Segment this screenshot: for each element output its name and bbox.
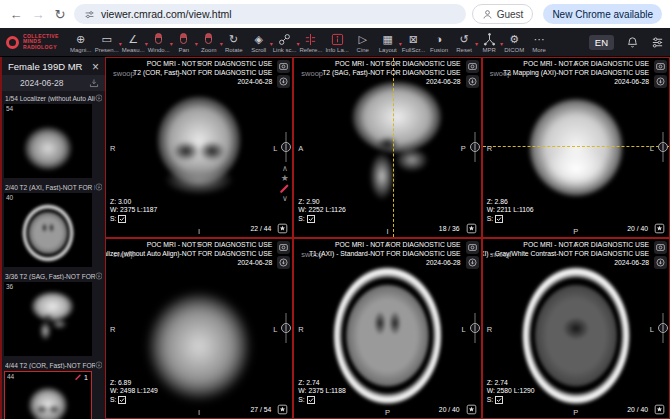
tool-more[interactable]: ⋯ More [527, 32, 551, 53]
viewport-2[interactable]: swoop POC MRI - NOT FOR DIAGNOSTIC USE T… [293, 57, 481, 238]
series-download-icon[interactable] [95, 272, 102, 280]
download-icon[interactable] [654, 75, 667, 88]
tool-fullscreen[interactable]: ⊠ FullScr... [401, 32, 426, 53]
capture-icon[interactable] [466, 60, 479, 73]
download-icon[interactable] [277, 256, 290, 269]
series-item[interactable]: 3/36 T2 (SAG, Fast)-NOT FOR DIA... 36 [2, 269, 105, 356]
capture-icon[interactable] [654, 241, 667, 254]
tool-window-level[interactable]: ▾ Windo... [147, 32, 171, 53]
sync-checkbox-icon[interactable] [495, 396, 503, 404]
series-item[interactable]: 2/40 T2 (AXI, Fast)-NOT FOR DIA... 40 [2, 180, 105, 267]
tool-dicom[interactable]: ⚙ DICOM [502, 32, 526, 53]
capture-icon[interactable] [466, 241, 479, 254]
annotation-pencil-icon[interactable] [279, 183, 290, 194]
address-bar[interactable]: viewer.cmrad.com/view.html [74, 4, 466, 24]
settings-sliders-icon[interactable] [651, 36, 664, 49]
capture-icon[interactable] [654, 60, 667, 73]
scrollbar-indicator[interactable] [280, 132, 292, 162]
tool-reset[interactable]: ↺ ▾ Reset [452, 32, 476, 53]
scrollbar-indicator[interactable] [469, 132, 481, 162]
export-key-image-icon[interactable] [654, 404, 665, 415]
series-download-icon[interactable] [95, 183, 102, 191]
study-download-icon[interactable] [89, 78, 99, 88]
viewport-4[interactable]: swoop POC MRI - NOT FOR DIAGNOSTIC USE L… [105, 238, 293, 419]
capture-icon[interactable] [277, 60, 290, 73]
watermark: swoop [301, 69, 323, 78]
language-button[interactable]: EN [589, 35, 614, 50]
sync-checkbox-icon[interactable] [495, 215, 503, 223]
scrollbar-indicator[interactable] [469, 313, 481, 343]
logo-line3: RADIOLOGY [23, 44, 57, 50]
measure-icon: ∠ [122, 33, 145, 46]
tool-presentation[interactable]: ▭ ▾ Presen... [94, 32, 120, 53]
download-icon[interactable] [277, 75, 290, 88]
download-icon[interactable] [466, 256, 479, 269]
star-icon[interactable]: ★ [281, 173, 289, 183]
tool-scroll[interactable]: ◈ ▾ Scroll [247, 32, 271, 53]
site-settings-icon[interactable] [84, 9, 95, 20]
tool-magnify[interactable]: ⊕ Magni... [69, 32, 93, 53]
viewport-3[interactable]: swoop POC MRI - NOT FOR DIAGNOSTIC USE T… [482, 57, 670, 238]
sync-checkbox-icon[interactable] [118, 215, 126, 223]
series-item[interactable]: 4/44 T2 (COR, Fast)-NOT FOR DI... 44 1 [2, 358, 105, 419]
export-key-image-icon[interactable] [654, 223, 665, 234]
tool-measure[interactable]: ∠ ▾ Measu... [121, 32, 146, 53]
viewport-grid: swoop POC MRI - NOT FOR DIAGNOSTIC USE T… [105, 57, 670, 419]
guest-profile-button[interactable]: Guest [472, 4, 534, 24]
scrollbar-indicator[interactable] [657, 132, 669, 162]
export-key-image-icon[interactable] [466, 404, 477, 415]
scrollbar-indicator[interactable] [280, 313, 292, 343]
tool-layout[interactable]: ▦ ▾ Layout [376, 32, 400, 53]
export-key-image-icon[interactable] [277, 404, 288, 415]
series-thumbnail[interactable]: 54 [4, 104, 92, 178]
sync-label: S: [298, 396, 304, 405]
back-button[interactable]: ← [8, 7, 24, 22]
viewport-date: 2024-06-28 [238, 78, 273, 85]
tool-pan[interactable]: ▾ Pan [172, 32, 196, 53]
notifications-bell-icon[interactable] [626, 36, 639, 49]
chrome-update-banner[interactable]: New Chrome available [543, 4, 662, 24]
play-icon: ▷ [352, 33, 374, 46]
sync-checkbox-icon[interactable] [307, 396, 315, 404]
capture-icon[interactable] [277, 241, 290, 254]
tool-zoom[interactable]: ▾ Zoom [197, 32, 221, 53]
viewport-6[interactable]: swoop POC MRI - NOT FOR DIAGNOSTIC USE T… [482, 238, 670, 419]
zoom-mouse-icon [198, 33, 220, 46]
sync-checkbox-icon[interactable] [118, 396, 126, 404]
more-icon: ⋯ [528, 33, 550, 46]
tool-cine[interactable]: ▷ Cine [351, 32, 375, 53]
close-icon[interactable]: × [92, 62, 99, 72]
thumb-number: 54 [6, 105, 13, 112]
series-thumbnail[interactable]: 40 [4, 193, 92, 267]
series-item[interactable]: 1/54 Localizer (without Auto Alig... 54 [2, 91, 105, 178]
viewport-1[interactable]: swoop POC MRI - NOT FOR DIAGNOSTIC USE T… [105, 57, 293, 238]
tool-reference-lines[interactable]: Refere... [298, 32, 323, 53]
sync-label: S: [487, 215, 493, 224]
forward-button[interactable]: → [30, 7, 46, 22]
series-label: 1/54 Localizer (without Auto Alig... [5, 95, 95, 102]
orientation-bottom: I [198, 227, 200, 236]
export-key-image-icon[interactable] [466, 223, 477, 234]
series-label: 3/36 T2 (SAG, Fast)-NOT FOR DIA... [5, 273, 95, 280]
sync-checkbox-icon[interactable] [307, 215, 315, 223]
viewport-5[interactable]: swoop POC MRI - NOT FOR DIAGNOSTIC USE T… [293, 238, 481, 419]
orientation-bottom: I [198, 408, 200, 417]
series-thumbnail[interactable]: 36 [4, 282, 92, 356]
viewport-info-line2: T2 Mapping (AXI)-NOT FOR DIAGNOSTIC USE [503, 69, 649, 76]
download-icon[interactable] [466, 75, 479, 88]
orientation-left: R [298, 325, 303, 334]
reload-button[interactable]: ↻ [52, 7, 68, 22]
tool-fusion[interactable]: ◑ Fusion [427, 32, 451, 53]
series-download-icon[interactable] [95, 94, 102, 102]
tool-info-labels[interactable]: Info La... [324, 32, 349, 53]
tool-mpr[interactable]: ▾ MPR [477, 32, 501, 53]
series-thumbnail-selected[interactable]: 44 1 [4, 371, 92, 419]
tool-rotate[interactable]: ↻ Rotate [222, 32, 246, 53]
chevron-down-icon[interactable]: ∨ [282, 194, 288, 203]
chevron-up-icon[interactable]: ∧ [282, 164, 288, 173]
download-icon[interactable] [654, 256, 667, 269]
export-key-image-icon[interactable] [277, 223, 288, 234]
tool-link-scroll[interactable]: ▾ Link sc... [272, 32, 298, 53]
scrollbar-indicator[interactable] [657, 313, 669, 343]
series-download-icon[interactable] [95, 361, 102, 369]
